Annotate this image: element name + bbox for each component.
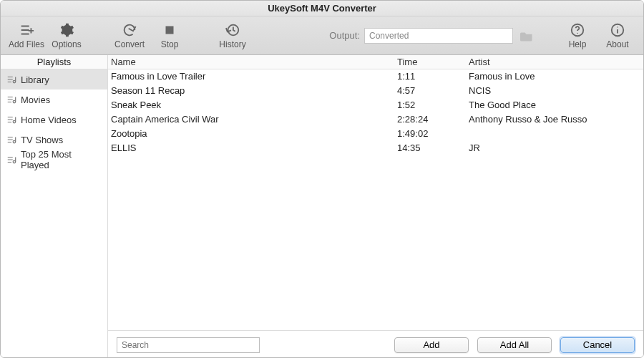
cell-time: 1:11 xyxy=(397,69,469,84)
playlist-icon xyxy=(6,74,16,84)
table-header: Name Time Artist xyxy=(108,55,643,69)
history-label: History xyxy=(219,39,245,49)
table-row[interactable]: Zootopia 1:49:02 xyxy=(108,127,643,141)
playlist-icon xyxy=(6,95,16,105)
sidebar-item-movies[interactable]: Movies xyxy=(1,90,107,110)
playlist-icon xyxy=(6,155,16,165)
output-label: Output: xyxy=(329,30,360,41)
cell-time: 4:57 xyxy=(397,84,469,98)
cell-artist: Anthony Russo & Joe Russo xyxy=(469,112,640,127)
folder-icon[interactable] xyxy=(520,30,533,42)
svg-point-11 xyxy=(617,26,618,27)
media-table: Name Time Artist Famous in Love Trailer … xyxy=(108,55,643,330)
col-artist[interactable]: Artist xyxy=(469,55,640,69)
add-button[interactable]: Add xyxy=(394,337,469,353)
convert-label: Convert xyxy=(114,39,145,49)
cell-time: 1:52 xyxy=(397,98,469,112)
sidebar-item-label: Home Videos xyxy=(21,115,77,125)
sidebar-item-label: Library xyxy=(21,74,49,85)
add-files-label: Add Files xyxy=(9,39,44,49)
help-icon xyxy=(570,22,585,38)
cell-name: Zootopia xyxy=(111,127,397,141)
sidebar-item-home-videos[interactable]: Home Videos xyxy=(1,110,107,130)
sidebar-item-library[interactable]: Library xyxy=(1,69,107,90)
sidebar: Playlists Library Movies Home Videos TV … xyxy=(1,55,108,358)
svg-point-8 xyxy=(577,32,577,33)
cell-artist: JR xyxy=(469,141,640,155)
convert-icon xyxy=(122,22,137,38)
table-row[interactable]: Famous in Love Trailer 1:11 Famous in Lo… xyxy=(108,69,643,84)
sidebar-item-label: Movies xyxy=(21,95,50,105)
col-time[interactable]: Time xyxy=(397,55,469,69)
cell-time: 1:49:02 xyxy=(397,127,469,141)
sidebar-item-label: Top 25 Most Played xyxy=(21,149,102,170)
options-label: Options xyxy=(52,39,81,49)
search-input[interactable] xyxy=(117,337,260,353)
sidebar-item-label: TV Shows xyxy=(21,135,63,145)
help-button[interactable]: Help xyxy=(559,19,596,53)
sidebar-item-tv-shows[interactable]: TV Shows xyxy=(1,130,107,150)
cell-name: Season 11 Recap xyxy=(111,84,397,98)
about-label: About xyxy=(606,39,628,49)
table-row[interactable]: Season 11 Recap 4:57 NCIS xyxy=(108,84,643,98)
about-button[interactable]: About xyxy=(599,19,636,53)
help-label: Help xyxy=(569,39,587,49)
convert-button[interactable]: Convert xyxy=(111,19,148,53)
options-button[interactable]: Options xyxy=(48,19,85,53)
cell-artist xyxy=(469,127,640,141)
output-path: Output: Converted xyxy=(329,28,533,44)
main-panel: Name Time Artist Famous in Love Trailer … xyxy=(108,55,643,358)
add-files-icon xyxy=(19,22,34,38)
sidebar-item-top-25-most-played[interactable]: Top 25 Most Played xyxy=(1,150,107,170)
stop-icon xyxy=(162,22,177,38)
footer-bar: Add Add All Cancel xyxy=(108,330,643,358)
output-field[interactable]: Converted xyxy=(364,28,513,44)
cell-name: Captain America Civil War xyxy=(111,112,397,127)
cell-name: Famous in Love Trailer xyxy=(111,69,397,84)
svg-rect-5 xyxy=(166,26,174,34)
add-files-button[interactable]: Add Files xyxy=(8,19,45,53)
table-row[interactable]: Captain America Civil War 2:28:24 Anthon… xyxy=(108,112,643,127)
cancel-button[interactable]: Cancel xyxy=(560,337,635,353)
toolbar: Add Files Options Convert Stop History O… xyxy=(1,16,643,55)
col-name[interactable]: Name xyxy=(111,55,397,69)
stop-label: Stop xyxy=(161,39,179,49)
sidebar-header: Playlists xyxy=(1,55,107,69)
cell-time: 2:28:24 xyxy=(397,112,469,127)
history-icon xyxy=(225,22,240,38)
cell-artist: NCIS xyxy=(469,84,640,98)
history-button[interactable]: History xyxy=(214,19,251,53)
table-row[interactable]: Sneak Peek 1:52 The Good Place xyxy=(108,98,643,112)
stop-button[interactable]: Stop xyxy=(151,19,188,53)
window-title: UkeySoft M4V Converter xyxy=(1,1,643,16)
info-icon xyxy=(610,22,625,38)
playlist-icon xyxy=(6,135,16,145)
add-all-button[interactable]: Add All xyxy=(477,337,552,353)
gear-icon xyxy=(59,22,74,38)
cell-name: ELLIS xyxy=(111,141,397,155)
cell-artist: Famous in Love xyxy=(469,69,640,84)
cell-artist: The Good Place xyxy=(469,98,640,112)
table-row[interactable]: ELLIS 14:35 JR xyxy=(108,141,643,155)
cell-name: Sneak Peek xyxy=(111,98,397,112)
playlist-icon xyxy=(6,115,16,125)
cell-time: 14:35 xyxy=(397,141,469,155)
